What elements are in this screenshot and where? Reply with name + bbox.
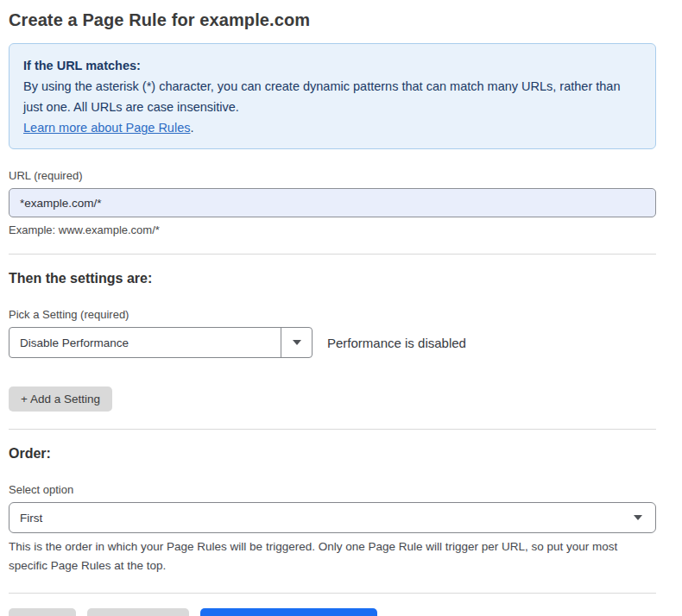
order-select-label: Select option xyxy=(9,483,656,496)
pick-setting-label: Pick a Setting (required) xyxy=(9,308,656,321)
save-draft-button[interactable]: Save as Draft xyxy=(87,608,189,616)
divider xyxy=(9,254,656,255)
order-heading: Order: xyxy=(9,446,656,462)
info-box-body: By using the asterisk (*) character, you… xyxy=(23,76,641,117)
setting-row: Disable Performance Performance is disab… xyxy=(9,327,656,358)
url-input[interactable] xyxy=(9,188,656,217)
save-deploy-button[interactable]: Save and Deploy Page Rule xyxy=(200,608,378,616)
page-title: Create a Page Rule for example.com xyxy=(9,10,656,30)
order-select-value: First xyxy=(20,512,42,525)
info-box-link-line: Learn more about Page Rules. xyxy=(23,117,641,138)
setting-dropdown[interactable]: Disable Performance xyxy=(9,327,313,358)
link-suffix: . xyxy=(190,121,193,135)
setting-status-text: Performance is disabled xyxy=(327,336,466,350)
settings-heading: Then the settings are: xyxy=(9,271,656,286)
create-page-rule-form: Create a Page Rule for example.com If th… xyxy=(0,0,682,616)
divider xyxy=(9,429,656,430)
url-label: URL (required) xyxy=(9,169,656,182)
add-setting-button[interactable]: + Add a Setting xyxy=(9,387,112,412)
learn-more-link[interactable]: Learn more about Page Rules xyxy=(23,121,190,135)
footer-actions: Cancel Save as Draft Save and Deploy Pag… xyxy=(9,608,656,616)
chevron-down-icon xyxy=(293,340,301,345)
order-description: This is the order in which your Page Rul… xyxy=(9,537,654,575)
url-match-info-box: If the URL matches: By using the asteris… xyxy=(9,43,656,149)
url-example-text: Example: www.example.com/* xyxy=(9,223,656,236)
info-box-heading: If the URL matches: xyxy=(23,55,641,76)
cancel-button[interactable]: Cancel xyxy=(9,608,76,616)
order-select[interactable]: First xyxy=(9,502,656,533)
divider xyxy=(9,593,656,594)
setting-dropdown-arrow-button[interactable] xyxy=(281,328,312,357)
chevron-down-icon xyxy=(634,515,642,520)
setting-dropdown-value: Disable Performance xyxy=(9,328,281,357)
